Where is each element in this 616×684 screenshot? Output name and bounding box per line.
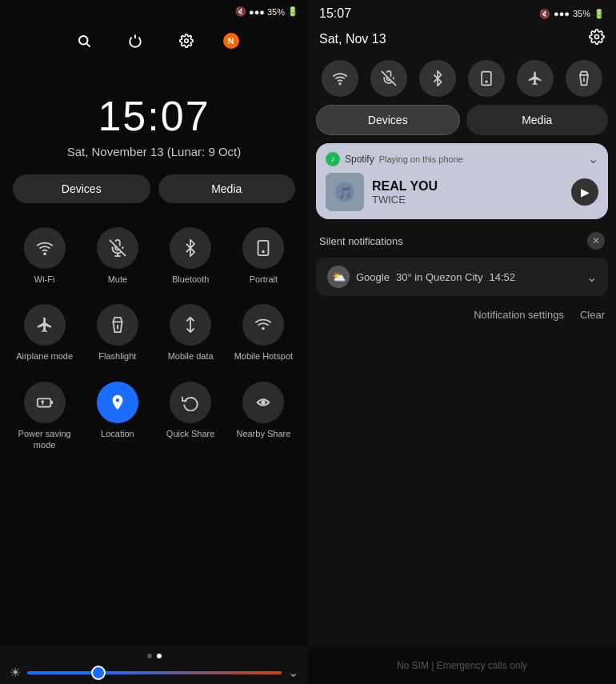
svg-rect-21 (482, 72, 491, 86)
notification-settings-button[interactable]: Notification settings (474, 309, 564, 321)
location-tile-icon (97, 382, 138, 423)
search-button[interactable] (70, 26, 98, 55)
flashlight-tile-icon (97, 304, 138, 346)
portrait-tile-label: Portrait (250, 274, 278, 285)
spotify-brand-name: Spotify (345, 154, 374, 165)
weather-card[interactable]: ⛅ Google 30° in Quezon City 14:52 ⌄ (316, 258, 608, 296)
right-airplane-button[interactable] (517, 60, 554, 97)
spotify-logo-icon: ♪ (326, 152, 340, 166)
weather-icon: ⛅ (327, 266, 350, 288)
brightness-low-icon: ☀ (10, 665, 21, 680)
brightness-row: ☀ ⌄ (0, 665, 308, 680)
notification-actions: Notification settings Clear (308, 304, 616, 329)
brightness-chevron-icon[interactable]: ⌄ (288, 665, 298, 680)
right-settings-button[interactable] (589, 29, 605, 49)
brightness-thumb[interactable] (91, 666, 106, 680)
right-controls-row: Devices Media (308, 105, 616, 143)
track-album-art: 🎵 (326, 173, 364, 211)
notification-badge[interactable]: N (223, 33, 239, 49)
right-bluetooth-button[interactable] (419, 60, 456, 97)
mobile-data-tile-label: Mobile data (168, 350, 214, 362)
wifi-tile[interactable]: Wi-Fi (8, 218, 81, 294)
mute-tile-icon (97, 227, 138, 269)
svg-point-2 (184, 39, 188, 43)
airplane-tile[interactable]: Airplane mode (8, 294, 81, 371)
location-tile[interactable]: Location (81, 372, 154, 461)
flashlight-tile-label: Flashlight (98, 350, 136, 362)
location-tile-label: Location (101, 428, 134, 439)
right-time: 15:07 (319, 6, 351, 21)
quick-share-tile-label: Quick Share (166, 428, 215, 439)
mobile-data-tile[interactable]: Mobile data (154, 294, 227, 371)
quick-tiles: Wi-Fi Mute Bluetooth Po (0, 211, 308, 466)
left-date: Sat, November 13 (Lunar: 9 Oct) (0, 145, 308, 158)
battery-icon: 🔋 (287, 6, 298, 17)
track-artist: TWICE (372, 194, 563, 206)
weather-temp: 30° in Quezon City (396, 271, 483, 283)
spotify-card[interactable]: ♪ Spotify Playing on this phone ⌄ 🎵 REAL… (316, 143, 608, 219)
right-panel: 15:07 🔇 ●●● 35% 🔋 Sat, Nov 13 (308, 0, 616, 684)
spotify-expand-icon[interactable]: ⌄ (588, 151, 598, 166)
settings-button[interactable] (172, 26, 201, 55)
left-media-button[interactable]: Media (158, 174, 296, 203)
wifi-tile-label: Wi-Fi (34, 274, 55, 285)
signal-icon: ●●● (249, 7, 265, 17)
quick-share-tile[interactable]: Quick Share (154, 372, 227, 461)
flashlight-tile[interactable]: Flashlight (81, 294, 154, 371)
wifi-tile-icon (24, 227, 66, 269)
bluetooth-tile[interactable]: Bluetooth (154, 218, 227, 294)
clear-notifications-button[interactable]: Clear (580, 309, 605, 321)
mute-tile[interactable]: Mute (81, 218, 154, 294)
track-title: REAL YOU (372, 179, 563, 194)
power-button[interactable] (121, 26, 150, 55)
battery-text: 35% (267, 7, 285, 17)
svg-point-8 (262, 251, 264, 253)
weather-time: 14:52 (489, 271, 515, 283)
hotspot-tile[interactable]: Mobile Hotspot (227, 294, 300, 371)
weather-info: ⛅ Google 30° in Quezon City 14:52 (327, 266, 515, 288)
right-signal-icon: ●●● (554, 9, 570, 18)
left-bottom-bar: ☀ ⌄ (0, 646, 308, 684)
weather-provider: Google (356, 271, 390, 283)
right-mute-icon: 🔇 (539, 9, 550, 19)
svg-point-18 (595, 35, 599, 39)
silent-notifications-header: Silent notifications ✕ (308, 227, 616, 254)
bluetooth-tile-icon (170, 227, 211, 269)
nearby-share-tile-icon (242, 382, 284, 423)
svg-point-19 (340, 83, 342, 85)
right-status-bar: 15:07 🔇 ●●● 35% 🔋 (308, 0, 616, 27)
right-devices-button[interactable]: Devices (316, 105, 460, 135)
silent-notifications-label: Silent notifications (319, 235, 403, 247)
right-mute-button[interactable] (370, 60, 407, 97)
mute-status-icon: 🔇 (235, 6, 246, 17)
right-battery-icon: 🔋 (594, 9, 605, 19)
silent-notifications-close[interactable]: ✕ (587, 232, 605, 250)
left-devices-button[interactable]: Devices (13, 174, 150, 203)
right-flashlight-button[interactable] (566, 60, 602, 97)
quick-share-tile-icon (170, 382, 211, 423)
spotify-header: ♪ Spotify Playing on this phone ⌄ (326, 151, 598, 166)
svg-point-11 (262, 328, 264, 330)
left-status-bar: 🔇 ●●● 35% 🔋 (0, 0, 308, 23)
mobile-data-tile-icon (170, 304, 211, 346)
page-dot-2 (157, 654, 162, 658)
svg-point-17 (262, 401, 266, 404)
right-wifi-button[interactable] (322, 60, 358, 97)
play-button[interactable]: ▶ (571, 178, 598, 206)
right-portrait-button[interactable] (468, 60, 505, 97)
left-time: 15:07 (0, 92, 308, 140)
weather-expand-icon[interactable]: ⌄ (586, 270, 597, 285)
brightness-slider[interactable] (27, 671, 282, 674)
track-info: REAL YOU TWICE (372, 179, 563, 206)
power-saving-tile[interactable]: Power saving mode (8, 372, 81, 461)
nearby-share-tile[interactable]: Nearby Share (227, 372, 300, 461)
right-media-button[interactable]: Media (466, 105, 609, 135)
svg-point-22 (486, 81, 487, 82)
left-panel: 🔇 ●●● 35% 🔋 N 15:07 Sat, November 13 ( (0, 0, 308, 684)
power-saving-tile-icon (24, 382, 66, 423)
svg-line-1 (86, 43, 90, 46)
spotify-track-row: 🎵 REAL YOU TWICE ▶ (326, 173, 598, 211)
spotify-playing-on: Playing on this phone (379, 154, 463, 164)
portrait-tile[interactable]: Portrait (227, 218, 300, 294)
right-date-row: Sat, Nov 13 (308, 27, 616, 57)
